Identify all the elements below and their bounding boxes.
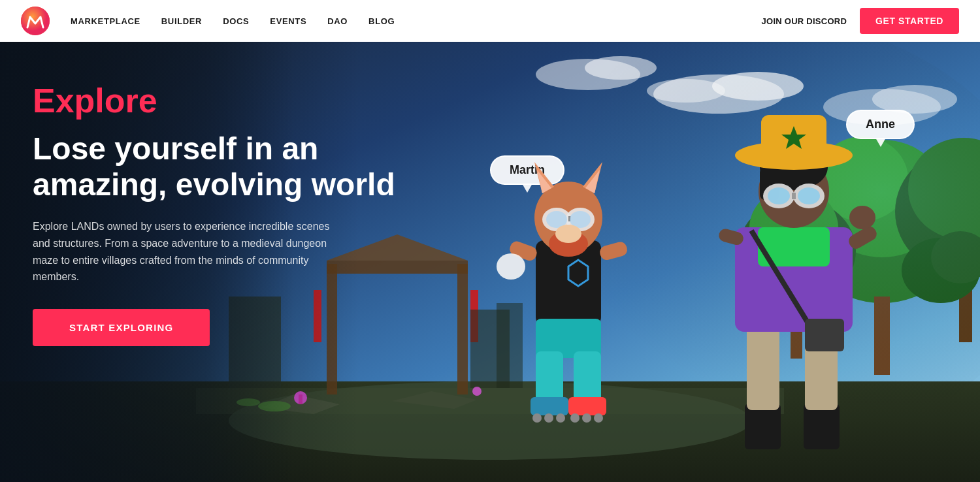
svg-rect-72 — [804, 404, 840, 449]
hero-headline: Lose yourself in an amazing, evolving wo… — [33, 131, 399, 202]
explore-label: Explore — [33, 81, 399, 120]
hero-description: Explore LANDs owned by users to experien… — [33, 218, 346, 285]
nav-dao[interactable]: DAO — [327, 16, 348, 26]
svg-rect-62 — [574, 351, 601, 404]
svg-point-56 — [555, 225, 581, 243]
svg-rect-63 — [531, 397, 568, 415]
nav-links: MARKETPLACE BUILDER DOCS EVENTS DAO BLOG — [71, 16, 762, 26]
svg-rect-73 — [747, 319, 779, 410]
characters-area: Martin Anne — [425, 77, 947, 482]
svg-point-66 — [556, 413, 565, 423]
svg-point-89 — [798, 187, 820, 204]
svg-point-68 — [570, 413, 580, 423]
hero-section: Explore Lose yourself in an amazing, evo… — [0, 42, 980, 482]
nav-docs[interactable]: DOCS — [223, 16, 249, 26]
martin-character — [477, 116, 660, 443]
svg-point-91 — [849, 206, 875, 229]
anne-character — [693, 90, 895, 456]
nav-right: JOIN OUR DISCORD GET STARTED — [762, 8, 959, 34]
navbar: MARKETPLACE BUILDER DOCS EVENTS DAO BLOG… — [0, 0, 980, 42]
svg-point-65 — [544, 413, 553, 423]
svg-rect-71 — [745, 404, 781, 449]
nav-blog[interactable]: BLOG — [368, 16, 395, 26]
start-exploring-button[interactable]: START EXPLORING — [33, 309, 210, 346]
svg-point-70 — [594, 413, 603, 423]
svg-point-69 — [582, 413, 591, 423]
svg-point-64 — [532, 413, 542, 423]
svg-rect-61 — [536, 351, 563, 404]
logo[interactable] — [21, 7, 50, 35]
get-started-button[interactable]: GET STARTED — [860, 8, 959, 34]
nav-builder[interactable]: BUILDER — [161, 16, 202, 26]
svg-rect-87 — [792, 193, 796, 199]
hero-content: Explore Lose yourself in an amazing, evo… — [33, 81, 399, 346]
nav-events[interactable]: EVENTS — [270, 16, 306, 26]
svg-rect-67 — [568, 397, 606, 415]
join-discord-link[interactable]: JOIN OUR DISCORD — [762, 16, 847, 26]
svg-point-88 — [768, 187, 790, 204]
svg-point-1 — [21, 7, 50, 35]
svg-rect-78 — [805, 319, 844, 351]
svg-point-58 — [497, 253, 525, 280]
nav-marketplace[interactable]: MARKETPLACE — [71, 16, 140, 26]
svg-rect-59 — [598, 240, 629, 261]
